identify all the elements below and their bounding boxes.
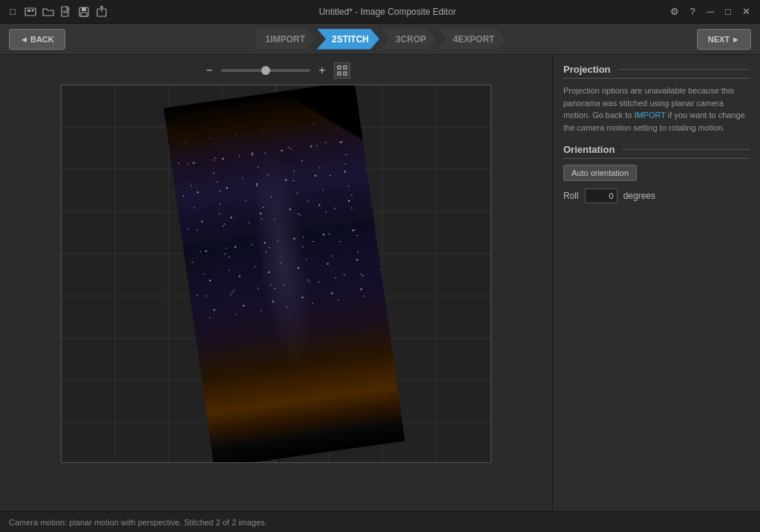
projection-description: Projection options are unavailable becau… xyxy=(563,85,750,134)
step-crop-label: CROP xyxy=(401,34,427,45)
maximize-button[interactable]: □ xyxy=(720,4,736,20)
zoom-out-button[interactable]: − xyxy=(202,63,217,78)
import-link[interactable]: IMPORT xyxy=(634,111,665,119)
svg-rect-7 xyxy=(82,7,86,11)
zoom-in-button[interactable]: + xyxy=(315,63,330,78)
open-folder-icon[interactable] xyxy=(42,5,55,19)
step-export-label: EXPORT xyxy=(458,34,494,45)
step-import-label: IMPORT xyxy=(270,34,305,45)
step-crop-number: 3 xyxy=(396,34,401,45)
main-area: − + xyxy=(0,55,760,511)
titlebar-icons: □ xyxy=(6,5,108,19)
open-images-icon[interactable] xyxy=(24,5,37,19)
zoom-thumb[interactable] xyxy=(261,66,270,75)
export-icon[interactable] xyxy=(95,5,108,19)
minimize-button[interactable]: ─ xyxy=(702,4,718,20)
image-canvas[interactable] xyxy=(61,85,491,463)
roll-label: Roll xyxy=(563,191,579,201)
step-stitch-number: 2 xyxy=(332,34,337,45)
svg-rect-13 xyxy=(338,72,341,75)
save-icon[interactable] xyxy=(77,5,91,19)
fit-window-button[interactable] xyxy=(334,62,350,79)
degrees-label: degrees xyxy=(623,191,655,201)
open-file-icon[interactable] xyxy=(59,5,73,19)
titlebar: □ Untitled* - Image Composite Editor ⚙ ?… xyxy=(0,0,760,24)
zoom-bar: − + xyxy=(202,62,350,79)
statusbar-text: Camera motion: planar motion with perspe… xyxy=(9,518,267,527)
step-import-number: 1 xyxy=(266,34,271,45)
svg-rect-14 xyxy=(344,72,347,75)
window-controls: ⚙ ? ─ □ ✕ xyxy=(666,4,754,20)
svg-point-2 xyxy=(32,9,34,11)
svg-rect-11 xyxy=(338,66,341,69)
step-export[interactable]: 4 EXPORT xyxy=(438,29,505,50)
roll-input[interactable] xyxy=(585,188,618,203)
svg-rect-12 xyxy=(344,66,347,69)
window-title: Untitled* - Image Composite Editor xyxy=(108,7,666,17)
projection-title: Projection xyxy=(563,64,750,79)
step-export-number: 4 xyxy=(453,34,458,45)
step-crop[interactable]: 3 CROP xyxy=(381,29,436,50)
next-button[interactable]: NEXT ► xyxy=(697,29,751,50)
right-panel: Projection Projection options are unavai… xyxy=(552,55,760,511)
roll-row: Roll degrees xyxy=(563,188,750,203)
settings-button[interactable]: ⚙ xyxy=(666,4,683,20)
canvas-area: − + xyxy=(0,55,552,511)
orientation-title: Orientation xyxy=(563,144,750,159)
statusbar: Camera motion: planar motion with perspe… xyxy=(0,511,760,532)
svg-rect-8 xyxy=(81,13,87,16)
panorama-image xyxy=(163,85,405,463)
step-import[interactable]: 1 IMPORT xyxy=(255,29,315,50)
stepbar: ◄ BACK 1 IMPORT 2 STITCH 3 CROP 4 EXPORT… xyxy=(0,24,760,55)
svg-rect-0 xyxy=(25,8,36,16)
step-stitch[interactable]: 2 STITCH xyxy=(317,29,379,50)
new-icon[interactable]: □ xyxy=(6,5,19,19)
orientation-section: Orientation Auto orientation Roll degree… xyxy=(563,144,750,203)
svg-rect-1 xyxy=(27,10,30,12)
close-button[interactable]: ✕ xyxy=(738,4,754,20)
help-button[interactable]: ? xyxy=(684,4,701,20)
back-button[interactable]: ◄ BACK xyxy=(9,29,65,50)
step-stitch-label: STITCH xyxy=(337,34,369,45)
auto-orientation-button[interactable]: Auto orientation xyxy=(563,165,637,181)
zoom-slider[interactable] xyxy=(221,69,310,72)
